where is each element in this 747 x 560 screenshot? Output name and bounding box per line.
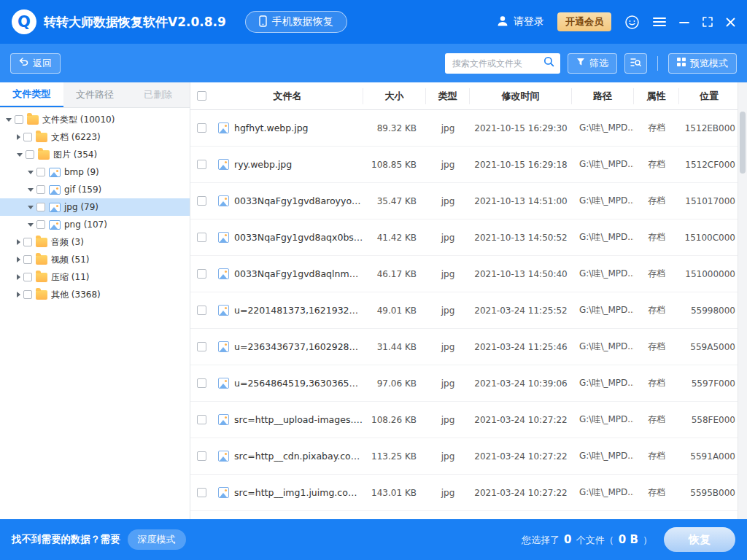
- table-row[interactable]: src=http__cdn.pixabay.com_... 113.25 KB …: [190, 438, 738, 475]
- tree-item[interactable]: 音频 (3): [0, 233, 190, 251]
- tree-expand-arrow-icon[interactable]: [17, 257, 20, 262]
- phone-recovery-button[interactable]: 手机数据恢复: [245, 11, 347, 33]
- image-icon: [49, 220, 61, 230]
- tree-checkbox[interactable]: [36, 168, 45, 176]
- tree-checkbox[interactable]: [23, 273, 32, 281]
- header-path[interactable]: 路径: [572, 88, 634, 104]
- header-file-name[interactable]: 文件名: [212, 88, 363, 104]
- minimize-button[interactable]: [679, 17, 689, 27]
- filter-button[interactable]: 筛选: [568, 53, 617, 74]
- tree-item[interactable]: jpg (79): [0, 198, 190, 216]
- header-attr[interactable]: 属性: [634, 88, 679, 104]
- select-all-checkbox[interactable]: [197, 91, 206, 101]
- tree-item[interactable]: gif (159): [0, 181, 190, 198]
- tree-item[interactable]: png (107): [0, 216, 190, 233]
- row-checkbox[interactable]: [197, 269, 206, 279]
- row-checkbox-cell: [190, 123, 212, 133]
- tree-expand-arrow-icon[interactable]: [6, 118, 12, 122]
- tree-checkbox[interactable]: [36, 185, 45, 194]
- customer-service-icon[interactable]: [624, 15, 640, 30]
- tree-item[interactable]: 其他 (3368): [0, 286, 190, 303]
- menu-icon[interactable]: [653, 17, 666, 27]
- table-row[interactable]: u=2564864519,3630365031f... 97.06 KB jpg…: [190, 365, 738, 402]
- file-name-cell: src=http__cdn.pixabay.com_...: [212, 451, 363, 462]
- tree-checkbox[interactable]: [15, 115, 23, 124]
- tab-file-type[interactable]: 文件类型: [0, 82, 63, 107]
- table-row[interactable]: hgfhyt.webp.jpg 89.32 KB jpg 2021-10-15 …: [190, 110, 738, 147]
- scrollbar-thumb[interactable]: [740, 112, 746, 174]
- header-size[interactable]: 大小: [363, 88, 426, 104]
- table-row[interactable]: 0033NqaFgy1gvd8aqlnmkj60... 46.17 KB jpg…: [190, 256, 738, 292]
- tree-expand-arrow-icon[interactable]: [28, 188, 34, 192]
- tree-checkbox[interactable]: [23, 290, 32, 299]
- search-input[interactable]: [451, 58, 539, 69]
- tree-expand-arrow-icon[interactable]: [17, 134, 20, 140]
- tree-checkbox[interactable]: [26, 150, 34, 159]
- maximize-button[interactable]: [703, 17, 713, 27]
- row-checkbox[interactable]: [197, 160, 206, 169]
- file-size: 108.85 KB: [363, 160, 426, 170]
- tree-expand-arrow-icon[interactable]: [17, 153, 23, 157]
- table-row[interactable]: 0033NqaFgy1gvd8aroyyoj60... 35.47 KB jpg…: [190, 183, 738, 219]
- tree-expand-arrow-icon[interactable]: [17, 239, 20, 245]
- tree-checkbox[interactable]: [23, 238, 32, 246]
- table-row[interactable]: [190, 511, 738, 519]
- selection-middle: 个文件（: [573, 534, 617, 545]
- table-row[interactable]: src=http__img1.juimg.com_1... 143.01 KB …: [190, 475, 738, 511]
- row-checkbox[interactable]: [197, 233, 206, 242]
- login-button[interactable]: 请登录: [496, 15, 544, 30]
- tree-checkbox[interactable]: [36, 203, 45, 211]
- row-checkbox[interactable]: [197, 488, 206, 497]
- back-label: 返回: [33, 57, 52, 70]
- row-checkbox[interactable]: [197, 196, 206, 206]
- tree-expand-arrow-icon[interactable]: [28, 171, 34, 174]
- tree-expand-arrow-icon[interactable]: [17, 292, 20, 298]
- row-checkbox[interactable]: [197, 123, 206, 133]
- tree-item[interactable]: 压缩 (11): [0, 268, 190, 286]
- tab-file-path[interactable]: 文件路径: [63, 82, 127, 107]
- tree-expand-arrow-icon[interactable]: [17, 274, 20, 280]
- tree-expand-arrow-icon[interactable]: [28, 206, 34, 209]
- table-row[interactable]: u=2201481373,1621932533f... 49.01 KB jpg…: [190, 292, 738, 329]
- back-button[interactable]: 返回: [10, 53, 61, 74]
- preview-mode-button[interactable]: 预览模式: [668, 53, 737, 74]
- header-modified[interactable]: 修改时间: [470, 88, 572, 104]
- file-path: G:\哇\_MPD...: [572, 195, 634, 207]
- close-button[interactable]: [726, 18, 735, 27]
- header-type[interactable]: 类型: [426, 88, 470, 104]
- tree-item-label: jpg (79): [64, 202, 98, 212]
- tree-item[interactable]: 文件类型 (10010): [0, 111, 190, 128]
- search-icon[interactable]: [543, 56, 554, 70]
- header-location[interactable]: 位置: [679, 88, 739, 104]
- tree-item[interactable]: 视频 (51): [0, 251, 190, 268]
- row-checkbox[interactable]: [197, 451, 206, 461]
- file-modified: 2021-03-24 10:27:22: [470, 415, 572, 425]
- table-row[interactable]: ryy.webp.jpg 108.85 KB jpg 2021-10-15 16…: [190, 147, 738, 183]
- recover-button[interactable]: 恢复: [664, 527, 735, 552]
- tree-checkbox[interactable]: [36, 220, 45, 229]
- deep-mode-button[interactable]: 深度模式: [128, 529, 186, 550]
- table-row[interactable]: 0033NqaFgy1gvd8aqx0bsj60... 41.42 KB jpg…: [190, 219, 738, 256]
- file-modified: 2021-10-15 16:29:18: [470, 160, 572, 170]
- table-row[interactable]: u=2363436737,1602928158f... 31.44 KB jpg…: [190, 329, 738, 365]
- selection-suffix: ）: [640, 534, 652, 545]
- filter-label: 筛选: [589, 57, 608, 70]
- vip-button[interactable]: 开通会员: [557, 12, 611, 31]
- row-checkbox[interactable]: [197, 306, 206, 315]
- vertical-scrollbar[interactable]: [738, 82, 747, 519]
- tab-deleted[interactable]: 已删除: [126, 82, 190, 107]
- tree-item[interactable]: bmp (9): [0, 163, 190, 181]
- tree-expand-arrow-icon[interactable]: [28, 223, 34, 227]
- file-tree: 文件类型 (10010) 文档 (6223) 图片 (354) bmp (9) …: [0, 108, 190, 519]
- tree-checkbox[interactable]: [23, 255, 32, 264]
- tree-checkbox[interactable]: [23, 133, 32, 141]
- search-results-button[interactable]: [624, 53, 647, 74]
- search-box[interactable]: [445, 53, 560, 74]
- row-checkbox[interactable]: [197, 342, 206, 351]
- row-checkbox[interactable]: [197, 415, 206, 424]
- row-checkbox[interactable]: [197, 378, 206, 388]
- tree-item[interactable]: 图片 (354): [0, 146, 190, 163]
- tree-item[interactable]: 文档 (6223): [0, 128, 190, 146]
- content-area: 文件类型 文件路径 已删除 文件类型 (10010) 文档 (6223) 图片 …: [0, 82, 747, 519]
- table-row[interactable]: src=http__upload-images.jia... 108.26 KB…: [190, 402, 738, 438]
